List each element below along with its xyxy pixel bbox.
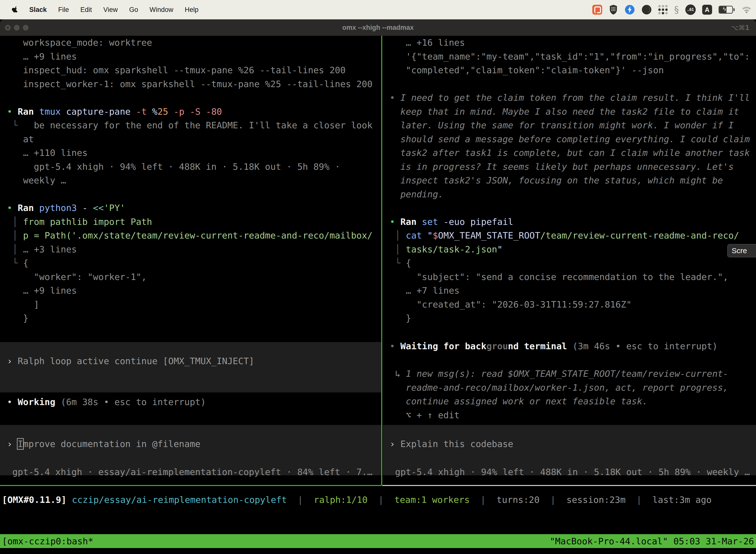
terminal-line: ] xyxy=(7,297,381,312)
terminal-line: ↳ 1 new msg(s): read $OMX_TEAM_STATE_ROO… xyxy=(390,367,756,381)
pane-divider[interactable] xyxy=(381,36,382,485)
tmux-status-bar: [omx-cczip0:bash* "MacBook-Pro-44.local"… xyxy=(0,534,756,548)
menu-item-view[interactable]: View xyxy=(104,6,118,14)
chat-app-icon[interactable] xyxy=(592,5,602,15)
terminal-line: … +16 lines xyxy=(390,36,756,50)
apple-icon[interactable] xyxy=(12,6,18,14)
terminal-line: "worker": "worker-1", xyxy=(7,270,381,284)
terminal-line: inspect task2's JSON, focusing on the st… xyxy=(390,173,756,187)
shield-grid-icon[interactable] xyxy=(609,4,618,15)
working-status: • Working (6m 38s • esc to interrupt) xyxy=(0,395,381,409)
terminal-line: "created_at": "2026-03-31T11:59:27.816Z" xyxy=(390,297,756,312)
terminal-line: keep that in mind. Maybe I also need the… xyxy=(390,105,756,119)
wifi-icon[interactable] xyxy=(741,5,752,14)
menu-item-edit[interactable]: Edit xyxy=(80,6,92,14)
menu-item-window[interactable]: Window xyxy=(149,6,173,14)
omx-status-line: [OMX#0.11.9] cczip/essay/ai-reimplementa… xyxy=(0,493,756,507)
ralph-loop-band[interactable]: › Ralph loop active continue [OMX_TMUX_I… xyxy=(0,342,381,392)
terminal-line: inspect_worker-1: omx sparkshell --tmux-… xyxy=(7,77,381,91)
terminal-line: … +7 lines xyxy=(390,284,756,297)
terminal-line xyxy=(390,353,756,367)
squiggle-icon[interactable]: § xyxy=(674,5,679,14)
pane-border-right xyxy=(382,485,756,486)
terminal-line: └ { xyxy=(390,256,756,270)
terminal-line: gpt-5.4 xhigh · 94% left · 488K in · 5.1… xyxy=(7,160,381,174)
terminal-line: │ p = Path('.omx/state/team/review-curre… xyxy=(7,229,381,242)
left-model-status: gpt-5.4 xhigh · essay/ai-reimplementatio… xyxy=(0,465,381,479)
terminal-line: '{"team_name":"my-team","task_id":"1","f… xyxy=(390,50,756,63)
left-scrollback: workspace_mode: worktree … +9 lines insp… xyxy=(0,36,381,325)
terminal-line: │ … +3 lines xyxy=(7,242,381,257)
terminal-line: ⌥ + ↑ edit xyxy=(390,408,756,422)
terminal-line: … +110 lines xyxy=(7,146,381,160)
terminal-line xyxy=(390,201,756,215)
pane-border-left xyxy=(0,485,382,486)
terminal-line: • I need to get the claim token from the… xyxy=(390,91,756,105)
terminal-line: │ tasks/task-2.json" xyxy=(390,242,756,257)
terminal-line: "subject": "send a concise recommendatio… xyxy=(390,270,756,284)
menu-item-slack[interactable]: Slack xyxy=(29,6,47,14)
menu-item-file[interactable]: File xyxy=(58,6,69,14)
apple-logo-svg xyxy=(12,6,18,14)
right-scrollback: … +16 lines '{"team_name":"my-team","tas… xyxy=(383,36,756,325)
terminal-pane-left[interactable]: workspace_mode: worktree … +9 lines insp… xyxy=(0,36,381,485)
terminal-line: should send a message before completing … xyxy=(390,132,756,146)
a-tile-icon[interactable]: A xyxy=(702,5,712,15)
terminal-line: gpt-5.4 xhigh · essay/ai-reimplementatio… xyxy=(7,465,381,479)
menu-item-go[interactable]: Go xyxy=(129,6,138,14)
terminal-line: } xyxy=(390,311,756,325)
screen-overlay-text: Scre xyxy=(732,246,747,255)
terminal-line xyxy=(7,91,381,105)
terminal-line: readme-and-reco/mailbox/worker-1.json, a… xyxy=(390,381,756,395)
terminal-pane-right[interactable]: … +16 lines '{"team_name":"my-team","tas… xyxy=(383,36,756,485)
tmux-host-clock: "MacBook-Pro-44.local" 05:03 31-Mar-26 xyxy=(550,536,756,546)
dots-grid-icon[interactable] xyxy=(658,5,668,14)
battery-badge-icon[interactable]: ..61 xyxy=(685,4,696,15)
terminal-line: inspect_hud: omx sparkshell --tmux-pane … xyxy=(7,63,381,77)
terminal-line: pending. xyxy=(390,187,756,201)
window-shortcut-hint: ⌥⌘1 xyxy=(731,19,750,36)
menu-bar: Slack File Edit View Go Window Help xyxy=(0,0,756,19)
terminal-line: • Waiting for background terminal (3m 46… xyxy=(390,339,756,353)
terminal-line: is in progress? It seems likely but perh… xyxy=(390,160,756,174)
terminal-line: at xyxy=(7,132,381,146)
waiting-status: • Waiting for background terminal (3m 46… xyxy=(383,339,756,422)
terminal-line: gpt-5.4 xhigh · 94% left · 488K in · 5.1… xyxy=(390,465,756,479)
terminal-line: continue assigned work or next feasible … xyxy=(390,394,756,408)
terminal-line: … +9 lines xyxy=(7,284,381,297)
terminal-line: later. Using the same for transition mig… xyxy=(390,118,756,132)
terminal-line: • Ran set -euo pipefail xyxy=(390,215,756,229)
menu-status-icons: § ..61 A ϟ xyxy=(592,0,752,19)
screen-overlay-chip: Scre xyxy=(727,244,756,258)
terminal-line: └ { xyxy=(7,256,381,270)
terminal-line: › Improve documentation in @filename xyxy=(7,437,381,451)
terminal-line xyxy=(390,77,756,91)
window-title: omx --xhigh --madmax xyxy=(0,19,756,36)
terminal-line: task2 after task1 is complete, but can I… xyxy=(390,146,756,160)
terminal-line: weekly … xyxy=(7,173,381,187)
terminal-line: › Explain this codebase xyxy=(390,437,756,451)
terminal-line: │ cat "$OMX_TEAM_STATE_ROOT/team/review-… xyxy=(390,229,756,242)
terminal-line: └ be necessary for the end of the README… xyxy=(7,118,381,132)
terminal-line: • Ran python3 - <<'PY' xyxy=(7,201,381,215)
crescent-icon[interactable] xyxy=(641,4,652,15)
terminal-line: › Ralph loop active continue [OMX_TMUX_I… xyxy=(7,354,381,368)
terminal-line: "completed","claim_token":"claim-token"}… xyxy=(390,63,756,77)
terminal-line: } xyxy=(7,311,381,325)
terminal-line: workspace_mode: worktree xyxy=(7,36,381,50)
terminal-line: • Working (6m 38s • esc to interrupt) xyxy=(7,395,381,409)
menu-items: Slack File Edit View Go Window Help xyxy=(29,6,198,14)
blue-bolt-icon[interactable] xyxy=(625,4,635,15)
terminal-line: … +9 lines xyxy=(7,50,381,63)
terminal-line: │ from pathlib import Path xyxy=(7,215,381,229)
right-model-status: gpt-5.4 xhigh · 94% left · 488K in · 5.1… xyxy=(383,465,756,479)
menu-item-help[interactable]: Help xyxy=(185,6,199,14)
terminal-line: • Ran tmux capture-pane -t %25 -p -S -80 xyxy=(7,105,381,119)
battery-icon[interactable]: ϟ xyxy=(718,6,735,14)
terminal-line xyxy=(7,187,381,201)
tmux-session-label: [omx-cczip0:bash* xyxy=(0,536,93,546)
